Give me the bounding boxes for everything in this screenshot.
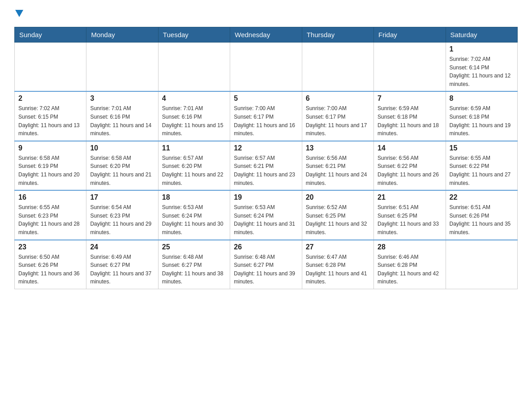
- day-number: 27: [306, 243, 370, 251]
- calendar-cell: [446, 240, 517, 289]
- day-number: 10: [90, 144, 154, 152]
- calendar-cell: [230, 43, 302, 92]
- day-info: Sunrise: 7:01 AMSunset: 6:16 PMDaylight:…: [162, 104, 226, 137]
- day-number: 25: [162, 243, 226, 251]
- day-number: 3: [90, 94, 154, 103]
- calendar-cell: [15, 43, 86, 92]
- calendar-header-wednesday: Wednesday: [230, 27, 302, 43]
- day-info: Sunrise: 6:53 AMSunset: 6:24 PMDaylight:…: [162, 203, 226, 236]
- calendar-header-row: SundayMondayTuesdayWednesdayThursdayFrid…: [15, 27, 518, 43]
- calendar-cell: 6Sunrise: 7:00 AMSunset: 6:17 PMDaylight…: [302, 91, 373, 141]
- calendar-cell: 11Sunrise: 6:57 AMSunset: 6:20 PMDayligh…: [158, 141, 230, 190]
- calendar-week-row: 2Sunrise: 7:02 AMSunset: 6:15 PMDaylight…: [15, 91, 518, 141]
- day-info: Sunrise: 6:51 AMSunset: 6:25 PMDaylight:…: [378, 203, 442, 236]
- calendar-cell: 28Sunrise: 6:46 AMSunset: 6:28 PMDayligh…: [374, 240, 446, 289]
- day-number: 19: [234, 193, 298, 201]
- calendar-cell: 3Sunrise: 7:01 AMSunset: 6:16 PMDaylight…: [86, 91, 158, 141]
- calendar-cell: 18Sunrise: 6:53 AMSunset: 6:24 PMDayligh…: [158, 190, 230, 240]
- calendar-table: SundayMondayTuesdayWednesdayThursdayFrid…: [14, 27, 518, 289]
- day-info: Sunrise: 6:57 AMSunset: 6:21 PMDaylight:…: [234, 154, 298, 187]
- day-info: Sunrise: 6:57 AMSunset: 6:20 PMDaylight:…: [162, 154, 226, 187]
- day-info: Sunrise: 6:58 AMSunset: 6:20 PMDaylight:…: [90, 154, 154, 187]
- day-info: Sunrise: 7:02 AMSunset: 6:14 PMDaylight:…: [450, 55, 514, 88]
- calendar-cell: 20Sunrise: 6:52 AMSunset: 6:25 PMDayligh…: [302, 190, 373, 240]
- calendar-cell: 21Sunrise: 6:51 AMSunset: 6:25 PMDayligh…: [374, 190, 446, 240]
- calendar-week-row: 1Sunrise: 7:02 AMSunset: 6:14 PMDaylight…: [15, 43, 518, 92]
- calendar-cell: 2Sunrise: 7:02 AMSunset: 6:15 PMDaylight…: [15, 91, 86, 141]
- day-number: 14: [378, 144, 442, 152]
- calendar-cell: 13Sunrise: 6:56 AMSunset: 6:21 PMDayligh…: [302, 141, 373, 190]
- day-info: Sunrise: 7:02 AMSunset: 6:15 PMDaylight:…: [18, 104, 82, 137]
- calendar-cell: 10Sunrise: 6:58 AMSunset: 6:20 PMDayligh…: [86, 141, 158, 190]
- day-number: 12: [234, 144, 298, 152]
- day-number: 28: [378, 243, 442, 251]
- day-info: Sunrise: 6:55 AMSunset: 6:22 PMDaylight:…: [450, 154, 514, 187]
- day-info: Sunrise: 6:59 AMSunset: 6:18 PMDaylight:…: [450, 104, 514, 137]
- calendar-cell: 23Sunrise: 6:50 AMSunset: 6:26 PMDayligh…: [15, 240, 86, 289]
- day-number: 26: [234, 243, 298, 251]
- calendar-week-row: 16Sunrise: 6:55 AMSunset: 6:23 PMDayligh…: [15, 190, 518, 240]
- calendar-cell: 27Sunrise: 6:47 AMSunset: 6:28 PMDayligh…: [302, 240, 373, 289]
- day-info: Sunrise: 6:59 AMSunset: 6:18 PMDaylight:…: [378, 104, 442, 137]
- day-number: 17: [90, 193, 154, 201]
- calendar-cell: 16Sunrise: 6:55 AMSunset: 6:23 PMDayligh…: [15, 190, 86, 240]
- calendar-header-saturday: Saturday: [446, 27, 517, 43]
- logo-text: [14, 11, 23, 18]
- day-number: 23: [18, 243, 82, 251]
- calendar-header-thursday: Thursday: [302, 27, 373, 43]
- day-info: Sunrise: 6:48 AMSunset: 6:27 PMDaylight:…: [234, 253, 298, 286]
- calendar-cell: [374, 43, 446, 92]
- day-number: 9: [18, 144, 82, 152]
- calendar-header-sunday: Sunday: [15, 27, 86, 43]
- day-info: Sunrise: 6:53 AMSunset: 6:24 PMDaylight:…: [234, 203, 298, 236]
- calendar-cell: [158, 43, 230, 92]
- day-number: 13: [306, 144, 370, 152]
- day-number: 18: [162, 193, 226, 201]
- calendar-cell: 9Sunrise: 6:58 AMSunset: 6:19 PMDaylight…: [15, 141, 86, 190]
- day-number: 15: [450, 144, 514, 152]
- calendar-week-row: 23Sunrise: 6:50 AMSunset: 6:26 PMDayligh…: [15, 240, 518, 289]
- day-number: 8: [450, 94, 514, 103]
- calendar-header-friday: Friday: [374, 27, 446, 43]
- day-info: Sunrise: 6:52 AMSunset: 6:25 PMDaylight:…: [306, 203, 370, 236]
- day-info: Sunrise: 6:48 AMSunset: 6:27 PMDaylight:…: [162, 253, 226, 286]
- day-number: 7: [378, 94, 442, 103]
- day-info: Sunrise: 6:55 AMSunset: 6:23 PMDaylight:…: [18, 203, 82, 236]
- calendar-cell: 12Sunrise: 6:57 AMSunset: 6:21 PMDayligh…: [230, 141, 302, 190]
- calendar-cell: 24Sunrise: 6:49 AMSunset: 6:27 PMDayligh…: [86, 240, 158, 289]
- day-info: Sunrise: 6:47 AMSunset: 6:28 PMDaylight:…: [306, 253, 370, 286]
- day-info: Sunrise: 6:58 AMSunset: 6:19 PMDaylight:…: [18, 154, 82, 187]
- logo: [14, 11, 23, 19]
- day-number: 21: [378, 193, 442, 201]
- calendar-cell: 26Sunrise: 6:48 AMSunset: 6:27 PMDayligh…: [230, 240, 302, 289]
- day-number: 6: [306, 94, 370, 103]
- calendar-header-tuesday: Tuesday: [158, 27, 230, 43]
- day-number: 20: [306, 193, 370, 201]
- day-info: Sunrise: 7:00 AMSunset: 6:17 PMDaylight:…: [306, 104, 370, 137]
- logo-triangle-icon: [15, 10, 23, 17]
- calendar-cell: 8Sunrise: 6:59 AMSunset: 6:18 PMDaylight…: [446, 91, 517, 141]
- calendar-header-monday: Monday: [86, 27, 158, 43]
- day-info: Sunrise: 6:56 AMSunset: 6:22 PMDaylight:…: [378, 154, 442, 187]
- day-info: Sunrise: 7:01 AMSunset: 6:16 PMDaylight:…: [90, 104, 154, 137]
- day-info: Sunrise: 6:50 AMSunset: 6:26 PMDaylight:…: [18, 253, 82, 286]
- day-info: Sunrise: 6:56 AMSunset: 6:21 PMDaylight:…: [306, 154, 370, 187]
- day-number: 22: [450, 193, 514, 201]
- day-number: 11: [162, 144, 226, 152]
- calendar-cell: 5Sunrise: 7:00 AMSunset: 6:17 PMDaylight…: [230, 91, 302, 141]
- day-number: 5: [234, 94, 298, 103]
- calendar-cell: 22Sunrise: 6:51 AMSunset: 6:26 PMDayligh…: [446, 190, 517, 240]
- calendar-cell: 7Sunrise: 6:59 AMSunset: 6:18 PMDaylight…: [374, 91, 446, 141]
- calendar-cell: 4Sunrise: 7:01 AMSunset: 6:16 PMDaylight…: [158, 91, 230, 141]
- calendar-week-row: 9Sunrise: 6:58 AMSunset: 6:19 PMDaylight…: [15, 141, 518, 190]
- day-info: Sunrise: 6:46 AMSunset: 6:28 PMDaylight:…: [378, 253, 442, 286]
- day-number: 1: [450, 45, 514, 53]
- day-number: 2: [18, 94, 82, 103]
- day-number: 24: [90, 243, 154, 251]
- calendar-cell: 19Sunrise: 6:53 AMSunset: 6:24 PMDayligh…: [230, 190, 302, 240]
- calendar-cell: 14Sunrise: 6:56 AMSunset: 6:22 PMDayligh…: [374, 141, 446, 190]
- day-info: Sunrise: 6:54 AMSunset: 6:23 PMDaylight:…: [90, 203, 154, 236]
- calendar-cell: 1Sunrise: 7:02 AMSunset: 6:14 PMDaylight…: [446, 43, 517, 92]
- day-number: 16: [18, 193, 82, 201]
- calendar-cell: [302, 43, 373, 92]
